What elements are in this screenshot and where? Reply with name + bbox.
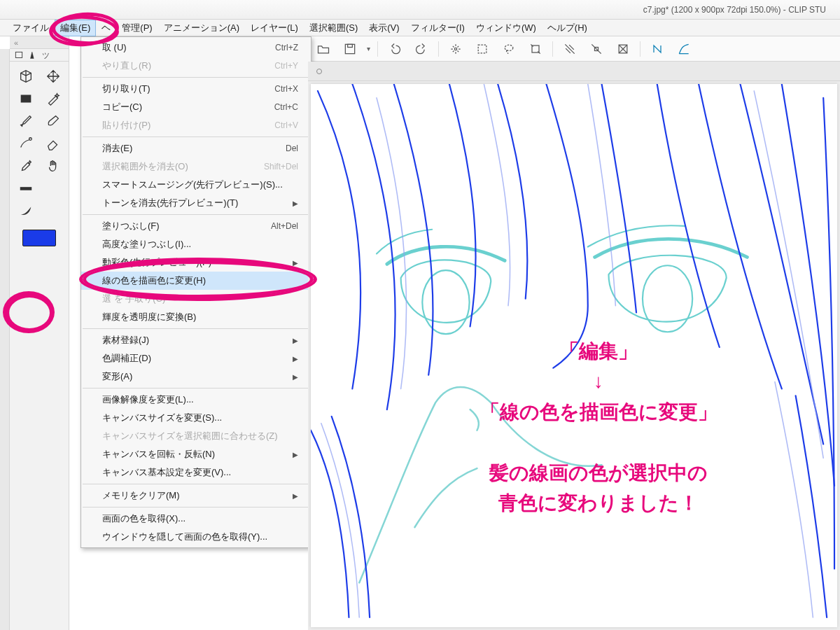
document-tabbar[interactable] (308, 62, 840, 81)
menu-tail: ヘ (96, 20, 116, 36)
tool-palette: « ツ (10, 36, 69, 630)
svg-rect-3 (478, 45, 486, 53)
svg-point-4 (505, 45, 513, 50)
snap-grid-icon[interactable] (560, 39, 580, 59)
tool-blank[interactable] (41, 179, 64, 197)
menu-bar: ファイル 編集(E) ヘ 管理(P) アニメーション(A) レイヤー(L) 選択… (0, 20, 840, 36)
dd-erase-outside[interactable]: 選択範囲外を消去(O)Shift+Del (81, 158, 311, 176)
open-icon[interactable] (314, 39, 333, 59)
dd-hide-pick[interactable]: ウインドウを隠して画面の色を取得(Y)... (81, 528, 311, 546)
palette-label: ツ (42, 50, 50, 59)
save-icon[interactable] (340, 39, 360, 59)
tool-gradient[interactable] (14, 179, 37, 197)
tool-eraser[interactable] (41, 134, 64, 153)
guide-edge-icon[interactable] (674, 39, 694, 59)
dd-smart-smoothing[interactable]: スマートスムージング(先行プレビュー)(S)... (81, 176, 311, 194)
canvas[interactable] (311, 84, 837, 627)
svg-rect-9 (20, 95, 31, 103)
undo-icon[interactable] (385, 39, 405, 59)
dd-mem-clear[interactable]: メモリをクリア(M)▶ (81, 486, 311, 505)
collapse-icon: « (14, 38, 18, 47)
svg-rect-8 (15, 52, 22, 57)
artwork (311, 84, 837, 624)
svg-rect-1 (348, 44, 353, 47)
svg-point-10 (29, 138, 31, 141)
tool-move[interactable] (41, 67, 64, 85)
menu-select[interactable]: 選択範囲(S) (304, 20, 363, 36)
dd-line-color-change[interactable]: 線の色を描画色に変更(H) (81, 272, 311, 290)
dd-undo[interactable]: 取 (U)Ctrl+Z (81, 38, 311, 57)
tool-hand[interactable] (41, 157, 64, 175)
tool-smudge[interactable] (14, 202, 37, 220)
tool-pen[interactable] (14, 112, 37, 130)
dd-fill[interactable]: 塗りつぶし(F)Alt+Del (81, 217, 311, 235)
dd-material[interactable]: 素材登録(J)▶ (81, 331, 311, 349)
title-bar: c7.jpg* (840 x 630px 72dpi 150.0%) - CL… (0, 0, 840, 20)
dd-canvas-rotate[interactable]: キャンバスを回転・反転(N)▶ (81, 445, 311, 463)
tool-brush[interactable] (41, 112, 64, 130)
palette-tabs[interactable] (0, 49, 10, 630)
dd-cut[interactable]: 切り取り(T)Ctrl+X (81, 80, 311, 98)
lasso-icon[interactable] (499, 39, 519, 59)
dd-auto-color[interactable]: 動彩色(先行プレビュー)(P)▶ (81, 253, 311, 272)
menu-window[interactable]: ウィンドウ(W) (470, 20, 542, 36)
dd-copy[interactable]: コピー(C)Ctrl+C (81, 98, 311, 116)
svg-point-12 (422, 270, 469, 334)
palette-header: ツ (10, 49, 69, 62)
dd-paste[interactable]: 貼り付け(P)Ctrl+V (81, 116, 311, 134)
dd-pick-color[interactable]: 画面の色を取得(X)... (81, 510, 311, 528)
menu-animation[interactable]: アニメーション(A) (158, 20, 245, 36)
menu-manage[interactable]: 管理(P) (116, 20, 158, 36)
marquee-icon[interactable] (472, 39, 492, 59)
menu-help[interactable]: ヘルプ(H) (542, 20, 593, 36)
redo-icon[interactable] (412, 39, 431, 59)
tool-blank2[interactable] (41, 202, 64, 220)
menu-layer[interactable]: レイヤー(L) (245, 20, 304, 36)
main-toolbar: ▾ (308, 36, 840, 62)
menu-view[interactable]: 表示(V) (363, 20, 405, 36)
crop-icon[interactable] (526, 39, 545, 59)
dd-sel-trim[interactable]: 選 を 手取り(C) (81, 290, 311, 308)
dd-bright-alpha[interactable]: 輝度を透明度に変換(B) (81, 308, 311, 326)
dd-redo[interactable]: やり直し(R)Ctrl+Y (81, 57, 311, 75)
dd-transform[interactable]: 変形(A)▶ (81, 368, 311, 386)
collapse-button[interactable]: « (10, 36, 69, 49)
color-swatch-area (10, 230, 69, 246)
foreground-color-swatch[interactable] (22, 230, 56, 246)
svg-rect-0 (345, 44, 354, 53)
perspective-icon[interactable] (613, 39, 633, 59)
svg-rect-11 (20, 187, 31, 190)
sparkle-icon[interactable] (446, 39, 465, 59)
tool-3d[interactable] (14, 67, 37, 85)
tool-wand[interactable] (41, 90, 64, 108)
menu-edit[interactable]: 編集(E) (55, 20, 96, 36)
dd-img-res[interactable]: 画像解像度を変更(L)... (81, 391, 311, 409)
dd-color-adj[interactable]: 色調補正(D)▶ (81, 349, 311, 368)
tool-airbrush[interactable] (14, 134, 37, 153)
dd-erase[interactable]: 消去(E)Del (81, 139, 311, 158)
guide-n-icon[interactable] (648, 39, 667, 59)
dd-tone-erase[interactable]: トーンを消去(先行プレビュー)(T)▶ (81, 194, 311, 212)
dd-canvas-sel[interactable]: キャンバスサイズを選択範囲に合わせる(Z) (81, 427, 311, 445)
dd-canvas-base[interactable]: キャンバス基本設定を変更(V)... (81, 463, 311, 482)
dd-adv-fill[interactable]: 高度な塗りつぶし(I)... (81, 235, 311, 253)
tool-eyedrop[interactable] (14, 157, 37, 175)
svg-point-2 (454, 48, 456, 50)
menu-file[interactable]: ファイル (7, 20, 55, 36)
tool-rect[interactable] (14, 90, 37, 108)
edit-dropdown: 取 (U)Ctrl+Z やり直し(R)Ctrl+Y 切り取り(T)Ctrl+X … (80, 36, 312, 548)
canvas-area (308, 62, 840, 630)
tab-dot-icon (316, 69, 322, 74)
snap-ruler-icon[interactable] (587, 39, 606, 59)
window-title: c7.jpg* (840 x 630px 72dpi 150.0%) - CL… (643, 5, 826, 15)
menu-filter[interactable]: フィルター(I) (405, 20, 470, 36)
dd-canvas-size[interactable]: キャンバスサイズを変更(S)... (81, 409, 311, 427)
